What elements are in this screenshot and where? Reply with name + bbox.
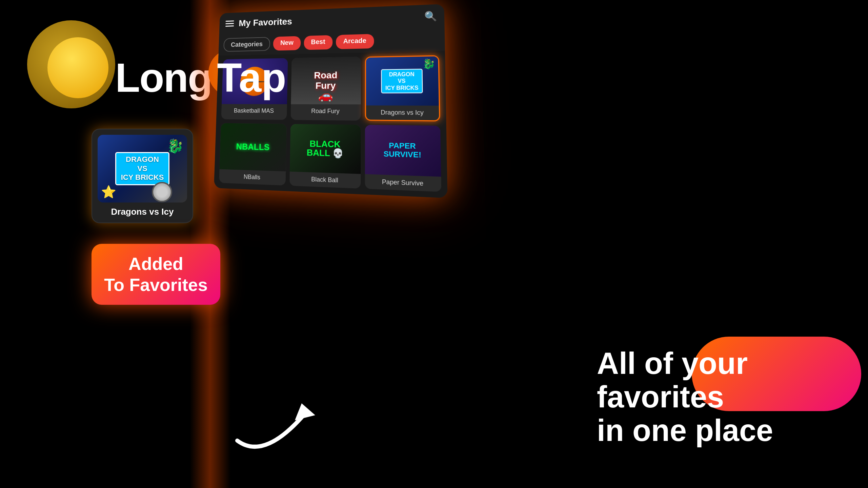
floating-card-title: Dragons vs Icy <box>98 207 187 217</box>
floating-card-image: DRAGON VS ICY BRICKS 🐉 ⭐ <box>98 135 187 203</box>
game-card-nballs[interactable]: NBALLS NBalls <box>219 123 287 186</box>
floating-game-card: DRAGON VS ICY BRICKS 🐉 ⭐ Dragons vs Icy <box>92 129 193 223</box>
search-icon[interactable]: 🔍 <box>424 10 437 22</box>
logo-tap-wrapper: Tap <box>212 54 291 101</box>
game-thumb-blackball: BLACKBALL 💀 <box>290 124 361 174</box>
tagline-text: All of your favorites in one place <box>597 347 834 447</box>
game-name-blackball: Black Ball <box>289 172 361 189</box>
floating-dragon-emoji2: ⭐ <box>101 185 116 199</box>
tab-categories[interactable]: Categories <box>223 37 270 52</box>
game-name-basketball: Basketball MAS <box>221 104 287 118</box>
tab-best[interactable]: Best <box>304 35 332 50</box>
floating-dragon-emoji: 🐉 <box>167 138 184 154</box>
logo-circle-inner <box>47 37 108 98</box>
logo-circles <box>27 20 122 115</box>
game-card-blackball[interactable]: BLACKBALL 💀 Black Ball <box>289 124 361 189</box>
app-title: My Favorites <box>239 11 419 28</box>
tagline-section: All of your favorites in one place <box>597 347 834 447</box>
game-card-papersurvive[interactable]: PAPERSURVIVE! Paper Survive <box>365 125 441 192</box>
floating-dragon-badge: DRAGON VS ICY BRICKS <box>115 152 170 185</box>
blackball-title: BLACKBALL 💀 <box>307 139 344 158</box>
tab-arcade[interactable]: Arcade <box>336 34 374 49</box>
arrow-svg <box>210 353 346 454</box>
game-name-roadfury: Road Fury <box>291 104 361 119</box>
tab-new[interactable]: New <box>273 36 301 50</box>
game-name-dragons: Dragons vs Icy <box>366 105 439 120</box>
logo-tap: Tap <box>212 55 291 100</box>
road-fury-car-icon: 🚗 <box>318 88 333 103</box>
game-name-nballs: NBalls <box>219 169 286 186</box>
svg-marker-0 <box>295 403 315 420</box>
game-thumb-papersurvive: PAPERSURVIVE! <box>365 125 441 177</box>
logo-section: Long Tap <box>27 20 122 115</box>
game-thumb-roadfury: RoadFury 🚗 <box>291 57 361 104</box>
added-badge-text: Added To Favorites <box>104 253 207 296</box>
game-thumb-nballs: NBALLS <box>220 123 287 172</box>
logo-long: Long <box>115 54 212 101</box>
game-thumb-dragons: DRAGONVSICY BRICKS 🐉 <box>366 56 439 106</box>
game-name-papersurvive: Paper Survive <box>365 174 441 192</box>
game-card-dragons[interactable]: DRAGONVSICY BRICKS 🐉 Dragons vs Icy <box>365 55 440 121</box>
dragon-emoji-icon: 🐉 <box>422 58 435 70</box>
added-to-favorites-badge: Added To Favorites <box>92 244 220 305</box>
finger-press-indicator <box>152 182 172 202</box>
arrow-section <box>210 353 346 454</box>
papersurvive-title: PAPERSURVIVE! <box>383 141 421 160</box>
hamburger-menu[interactable] <box>225 20 234 26</box>
game-card-roadfury[interactable]: RoadFury 🚗 Road Fury <box>291 57 361 121</box>
dragon-badge-sm: DRAGONVSICY BRICKS <box>381 69 423 93</box>
logo-text: Long Tap <box>115 54 291 101</box>
nballs-title: NBALLS <box>236 141 269 152</box>
road-fury-title: RoadFury <box>314 70 338 91</box>
app-window: My Favorites 🔍 Categories New Best Arcad… <box>214 4 447 198</box>
